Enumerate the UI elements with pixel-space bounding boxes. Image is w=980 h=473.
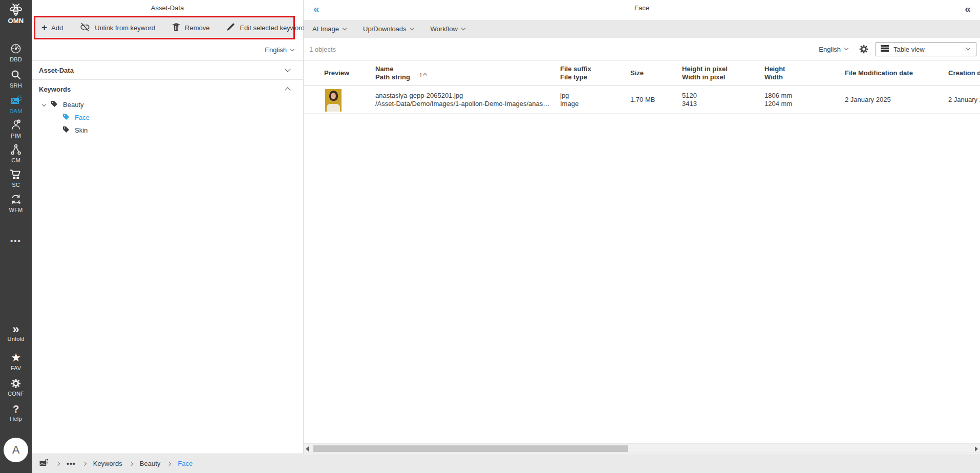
asset-thumbnail[interactable] [325, 89, 342, 112]
images-icon [9, 94, 23, 106]
tree-item-skin[interactable]: Skin [32, 124, 303, 137]
share-icon [10, 143, 22, 156]
remove-button[interactable]: Remove [172, 22, 209, 34]
breadcrumb-chevron-icon [129, 461, 133, 465]
dashboard-icon [10, 42, 22, 55]
objects-count: 1 objects [309, 46, 336, 53]
col-height-width-pixel[interactable]: Height in pixel Width in pixel [682, 61, 728, 85]
person-icon: P [10, 119, 22, 131]
settings-gear-button[interactable] [859, 44, 869, 54]
cell-modification-date: 2 January 2025 [845, 87, 891, 113]
tree-item-beauty[interactable]: Beauty [32, 98, 303, 111]
section-keywords[interactable]: Keywords [32, 79, 303, 98]
double-chevron-right-icon: » [12, 324, 19, 334]
col-file-suffix-type[interactable]: File suffix File type [560, 61, 591, 85]
chevron-down-icon [290, 47, 294, 51]
objects-bar: 1 objects English [304, 38, 980, 60]
sidebar-item-srh[interactable]: SRH [0, 69, 32, 89]
tag-icon [62, 125, 70, 135]
sidebar-item-more[interactable]: ••• [0, 236, 32, 245]
chevron-down-icon [461, 26, 465, 30]
breadcrumb-item-keywords[interactable]: Keywords [93, 460, 122, 467]
breadcrumb-ellipsis[interactable]: ••• [67, 460, 76, 468]
app-sidebar: OMN DBD SRH [0, 0, 32, 473]
scrollbar-thumb[interactable] [313, 445, 628, 452]
breadcrumb-root-images-icon[interactable] [38, 458, 49, 469]
collapse-right-icon[interactable]: « [965, 3, 971, 15]
plus-icon: + [41, 24, 47, 32]
cell-file-suffix-type: jpg Image [560, 87, 579, 113]
main-panel-header: « Face « [304, 0, 980, 20]
cell-height-width: 1806 mm 1204 mm [764, 87, 792, 113]
sync-icon [9, 193, 23, 205]
user-avatar[interactable]: A [4, 438, 28, 462]
cell-creation-date: 2 January 2025 [948, 87, 980, 113]
cell-name-path: anastasiya-gepp-2065201.jpg /Asset-Data/… [375, 87, 549, 113]
add-button[interactable]: + Add [41, 24, 63, 32]
cell-size: 1.70 MB [630, 87, 655, 113]
table-row[interactable]: anastasiya-gepp-2065201.jpg /Asset-Data/… [304, 87, 980, 114]
sidebar-item-help[interactable]: ? Help [0, 404, 32, 422]
left-panel-title: Asset-Data [32, 0, 303, 16]
chevron-down-icon [343, 26, 347, 30]
col-preview[interactable]: Preview [324, 61, 349, 85]
sort-indicator[interactable]: 1 [419, 72, 427, 80]
sidebar-item-unfold[interactable]: » Unfold [0, 324, 32, 342]
omn-logo[interactable]: OMN [0, 3, 32, 25]
tag-icon [50, 100, 58, 110]
sidebar-item-sc[interactable]: SC [0, 168, 32, 188]
section-asset-data[interactable]: Asset-Data [32, 60, 303, 79]
menu-workflow[interactable]: Workflow [431, 25, 465, 33]
col-height-width[interactable]: Height Width [764, 61, 785, 85]
keyword-toolbar-annotated: + Add Unlink from keyword [34, 16, 295, 39]
cart-icon [9, 168, 23, 180]
results-panel: « Face « AI Image Up/Downloads Workflow … [304, 0, 980, 454]
left-panel-language-select[interactable]: English [32, 39, 303, 60]
horizontal-scrollbar[interactable] [304, 443, 980, 453]
edit-selected-keyword-button[interactable]: Edit selected keyword [226, 22, 304, 33]
sidebar-item-fav[interactable]: ★ FAV [0, 352, 32, 371]
scroll-left-arrow[interactable] [306, 446, 309, 451]
breadcrumb-chevron-icon [56, 461, 60, 465]
table-header: Preview Name Path string 1 File suffix F… [304, 60, 980, 86]
sort-asc-icon [423, 73, 427, 77]
table-view-icon [880, 45, 889, 54]
sidebar-item-pim[interactable]: P PIM [0, 119, 32, 139]
asset-data-panel: Asset-Data + Add Unlink from keyword [32, 0, 304, 454]
menu-ai-image[interactable]: AI Image [312, 25, 346, 33]
sidebar-item-dam[interactable]: DAM [0, 94, 32, 114]
view-mode-select[interactable]: Table view [876, 42, 976, 56]
col-name-path[interactable]: Name Path string 1 [375, 61, 427, 85]
main-panel-title: Face [304, 4, 980, 12]
more-icon: ••• [10, 236, 22, 245]
chevron-down-icon [285, 66, 290, 72]
tag-icon [62, 113, 70, 122]
menu-up-downloads[interactable]: Up/Downloads [363, 25, 414, 33]
main-menubar: AI Image Up/Downloads Workflow [304, 20, 980, 38]
tree-item-face[interactable]: Face [32, 111, 303, 124]
search-icon [10, 69, 22, 81]
question-icon: ? [13, 404, 19, 414]
sidebar-item-cm[interactable]: CM [0, 143, 32, 163]
app-root: OMN DBD SRH [0, 0, 980, 473]
trash-icon [172, 22, 181, 34]
sidebar-item-wfm[interactable]: WFM [0, 193, 32, 213]
breadcrumb-chevron-icon [82, 461, 86, 465]
col-size[interactable]: Size [630, 61, 644, 85]
scroll-right-arrow[interactable] [975, 446, 978, 451]
col-modification-date[interactable]: File Modification date [845, 61, 913, 85]
breadcrumb-item-face[interactable]: Face [178, 460, 193, 467]
pencil-icon [226, 22, 236, 33]
breadcrumb-item-beauty[interactable]: Beauty [140, 460, 160, 467]
chevron-down-icon [966, 46, 970, 50]
unlink-from-keyword-button[interactable]: Unlink from keyword [79, 22, 155, 34]
gear-icon [859, 44, 869, 54]
chevron-up-icon [285, 87, 290, 93]
star-icon: ★ [11, 352, 21, 363]
col-creation-date[interactable]: Creation date [948, 61, 980, 85]
sidebar-item-conf[interactable]: CONF [0, 378, 32, 397]
results-language-select[interactable]: English [819, 46, 848, 53]
sidebar-item-dbd[interactable]: DBD [0, 42, 32, 62]
keyword-tree: Beauty Face Skin [32, 98, 303, 137]
unlink-icon [79, 22, 91, 34]
